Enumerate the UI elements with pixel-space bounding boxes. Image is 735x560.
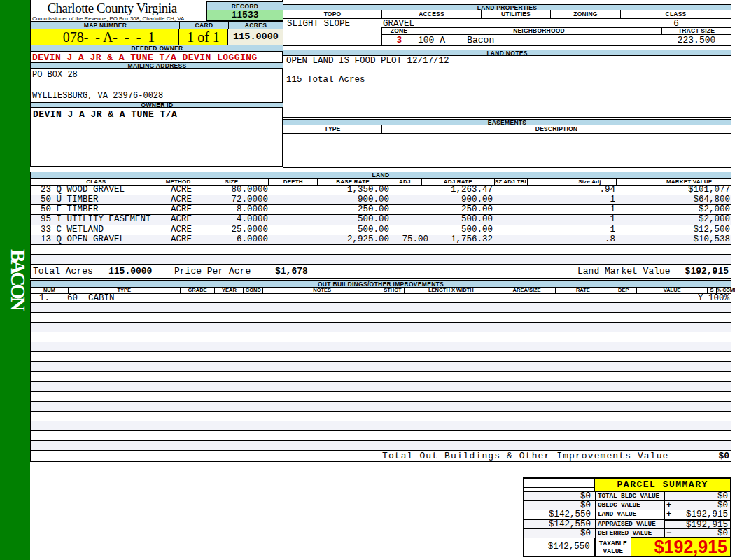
land-row[interactable]: 50 F TIMBER ACRE 8.0000 250.00 250.00 1 …	[31, 204, 731, 214]
ob-col-length-x-width: LENGTH X WIDTH	[405, 288, 498, 293]
land-row-empty	[31, 244, 731, 254]
out-building-row-empty	[31, 361, 731, 371]
summary-row-label: TOTAL BLDG VALUE	[595, 492, 664, 500]
land-cell-size: 6.0000	[195, 235, 268, 244]
land-col-size-adj: Size Adj	[564, 178, 617, 185]
ob-col-value: VALUE	[637, 288, 708, 293]
out-building-row-empty	[31, 371, 731, 381]
summary-op: +	[664, 501, 674, 510]
map-number-value[interactable]: 078- - A- - - 1	[31, 29, 179, 46]
ob-col-num: NUM	[31, 288, 69, 293]
ob-col-notes: NOTES	[263, 288, 382, 293]
zone-value[interactable]: 3	[382, 35, 416, 46]
summary-row-land: $142,550 LAND VALUE + $192,915	[524, 510, 730, 519]
out-building-row-empty	[31, 302, 731, 312]
easement-type-label: TYPE	[284, 125, 382, 133]
land-cell-adj	[389, 195, 428, 204]
land-cell-adj: 75.00	[389, 235, 428, 244]
land-cell-adj-rate: 500.00	[428, 225, 493, 234]
land-cell-adj-rate: 500.00	[428, 215, 493, 224]
ob-col-type: TYPE	[69, 288, 181, 293]
land-cell-method: ACRE	[167, 205, 195, 214]
out-building-row[interactable]: 1. 60 CABIN Y 100%	[30, 293, 732, 302]
deeded-owner-value: DEVIN J A JR & A TUNE T/A DEVIN LOGGING	[32, 52, 283, 62]
taxable-value-amount: $192,915	[631, 537, 730, 556]
tract-size-value: 223.500	[662, 35, 731, 46]
topo-label: TOPO	[284, 10, 382, 18]
summary-prior-value: $0	[524, 492, 595, 500]
land-row[interactable]: 13 Q OPEN GRAVEL ACRE 6.0000 2,925.00 75…	[31, 234, 731, 244]
summary-row-label: OBLDG VALUE	[595, 501, 664, 510]
ob-col-grade: GRADE	[181, 288, 216, 293]
mailing-address-label: MAILING ADDRESS	[31, 62, 284, 69]
out-building-row-empty	[31, 322, 731, 332]
land-cell-method: ACRE	[167, 225, 195, 234]
land-cell-method: ACRE	[167, 235, 195, 244]
land-section-label: LAND	[30, 172, 732, 178]
ob-col-sthgt: STHGT	[382, 288, 405, 293]
land-cell-base-rate: 500.00	[268, 215, 389, 224]
zoning-label: ZONING	[551, 10, 621, 18]
taxable-value-label: TAXABLE VALUE	[594, 538, 631, 556]
land-cell-class: 13 Q OPEN GRAVEL	[31, 235, 167, 244]
easements-section-label: EASEMENTS	[283, 119, 732, 125]
tract-size-label: TRACT SIZE	[662, 28, 731, 34]
total-acres-value: 115.0000	[108, 265, 152, 279]
land-cell-method: ACRE	[167, 195, 195, 204]
price-per-acre-value: $1,678	[275, 265, 308, 279]
map-value-row: 078- - A- - - 1 1 of 1 115.0000	[31, 29, 284, 46]
land-cell-adj	[389, 186, 428, 195]
land-notes-text[interactable]: OPEN LAND IS FOOD PLOT 12/17/12 115 Tota…	[283, 56, 732, 118]
summary-prior-value: $142,550	[524, 520, 595, 528]
summary-value: $0	[674, 492, 730, 500]
summary-row-obldg: $0 OBLDG VALUE + $0	[524, 500, 730, 510]
ob-col-area-size: AREA/SIZE	[498, 288, 556, 293]
land-cell-market-value: $101,077	[615, 186, 730, 195]
land-cell-base-rate: 250.00	[268, 205, 389, 214]
record-value[interactable]: 11533	[206, 10, 284, 21]
land-cell-size-adj: 1	[493, 225, 615, 234]
neighborhood-value[interactable]: 100 A Bacon	[416, 35, 662, 46]
land-row[interactable]: 50 U TIMBER ACRE 72.0000 900.00 900.00 1…	[31, 195, 731, 204]
summary-op: +	[664, 510, 674, 519]
land-properties-value-row: SLIGHT SLOPE GRAVEL 6	[283, 18, 732, 27]
land-properties-section-label: LAND PROPERTIES	[283, 4, 732, 10]
easement-description-label: DESCRIPTION	[382, 125, 731, 133]
land-cell-class: 95 I UTILITY EASEMENT	[31, 215, 167, 224]
land-cell-class: 33 C WETLAND	[31, 225, 167, 234]
land-notes-section-label: LAND NOTES	[283, 50, 732, 56]
land-cell-class: 50 F TIMBER	[31, 205, 167, 214]
owner-block: Charlotte County Virginia Commissioner o…	[30, 0, 283, 167]
land-cell-market-value: $2,000	[615, 205, 730, 214]
out-building-row-empty	[31, 332, 731, 342]
land-col-adj: ADJ	[388, 178, 422, 185]
map-header-row: MAP NUMBER CARD ACRES	[31, 21, 284, 29]
land-market-value-value: $192,915	[685, 265, 729, 279]
ob-col-rate: RATE	[556, 288, 610, 293]
summary-op	[664, 519, 674, 528]
land-cell-method: ACRE	[167, 215, 195, 224]
land-cell-size-adj: 1	[493, 195, 615, 204]
land-cell-size: 80.0000	[195, 186, 268, 195]
land-market-value-label: Land Market Value	[578, 265, 671, 279]
out-building-row-empty	[31, 421, 731, 430]
out-building-row-empty	[31, 401, 731, 411]
land-col-spacer2	[617, 178, 648, 185]
out-building-row-empty	[31, 391, 731, 401]
land-row[interactable]: 23 Q WOOD GRAVEL ACRE 80.0000 1,350.00 1…	[31, 185, 731, 195]
zone-value-row: 3 100 A Bacon 223.500	[382, 35, 732, 46]
land-cell-base-rate: 1,350.00	[268, 186, 389, 195]
land-col-base-rate: BASE RATE	[318, 178, 388, 185]
land-col-depth: DEPTH	[269, 178, 318, 185]
parcel-summary: PARCEL SUMMARY $0 TOTAL BLDG VALUE $0 $0…	[523, 477, 732, 557]
land-row[interactable]: 95 I UTILITY EASEMENT ACRE 4.0000 500.00…	[31, 214, 731, 224]
land-row-empty	[31, 254, 731, 264]
land-cell-market-value: $10,538	[615, 235, 730, 244]
land-col-method: METHOD	[162, 178, 195, 185]
land-cell-size-adj: .94	[493, 186, 615, 195]
county-title: Charlotte County Virginia	[31, 1, 206, 16]
land-cell-base-rate: 500.00	[268, 225, 389, 234]
land-row[interactable]: 33 C WETLAND ACRE 25.0000 500.00 500.00 …	[31, 225, 731, 234]
record-box: RECORD 11533	[206, 1, 284, 21]
card-value[interactable]: 1 of 1	[179, 29, 228, 46]
